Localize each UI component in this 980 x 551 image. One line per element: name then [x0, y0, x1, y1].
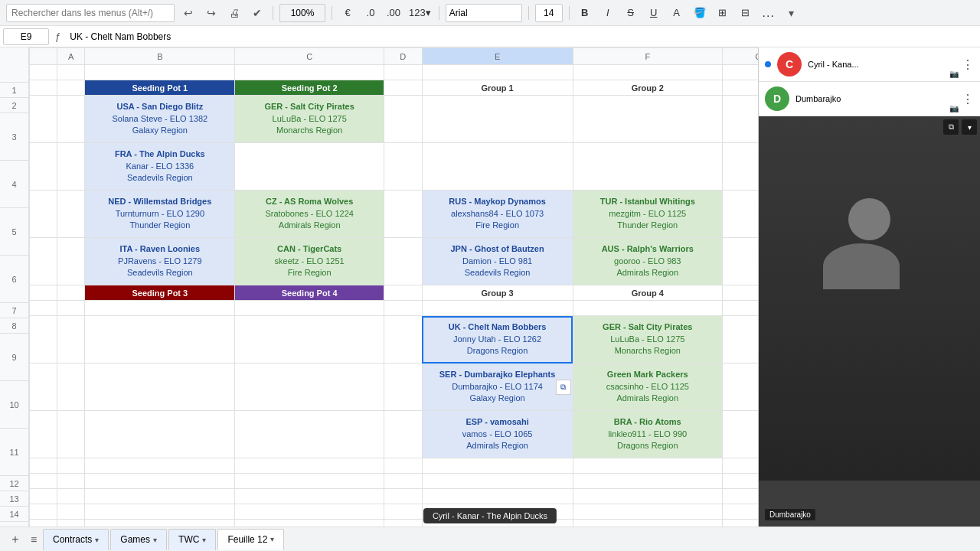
cell-12d[interactable]	[384, 458, 422, 474]
cell-7a[interactable]	[57, 285, 84, 301]
row-num-2[interactable]: 2	[0, 98, 28, 113]
row-num-13[interactable]: 13	[0, 491, 28, 507]
cell-seeding-pot4[interactable]: Seeding Pot 4	[235, 285, 384, 301]
cell-10g[interactable]	[722, 364, 758, 411]
cell-3f[interactable]	[573, 96, 722, 143]
cell-group3-header[interactable]: Group 3	[422, 285, 573, 301]
cell-15d[interactable]	[384, 504, 422, 520]
cell-group1-header[interactable]: Group 1	[422, 80, 573, 96]
zoom-selector[interactable]: 100%	[279, 4, 325, 22]
cell-5d[interactable]	[384, 191, 422, 238]
text-color-button[interactable]: A	[668, 4, 686, 22]
cell-group4-header[interactable]: Group 4	[573, 285, 722, 301]
font-selector[interactable]	[446, 4, 522, 22]
cell-green-mark[interactable]: Green Mark Packers csacsinho - ELO 1125 …	[573, 364, 722, 411]
cell-14b[interactable]	[85, 489, 235, 504]
row-num-4[interactable]: 4	[0, 161, 28, 208]
fill-color-button[interactable]: 🪣	[691, 4, 709, 22]
cell-uk-chelt[interactable]: UK - Chelt Nam Bobbers Jonny Utah - ELO …	[422, 316, 573, 364]
cell-11b[interactable]	[85, 411, 235, 458]
row-num-7[interactable]: 7	[0, 303, 28, 318]
col-header-c[interactable]: C	[235, 48, 384, 65]
row-num-12[interactable]: 12	[0, 476, 28, 491]
cell-cz-roma-wolves[interactable]: CZ - AS Roma Wolves Sratobones - ELO 122…	[235, 191, 384, 238]
cell-16d[interactable]	[384, 520, 422, 527]
cell-8e[interactable]	[422, 301, 573, 316]
sheet-list-button[interactable]: ≡	[24, 530, 43, 549]
cell-14g[interactable]	[722, 489, 758, 504]
number-format-button[interactable]: 123▾	[407, 4, 433, 22]
video-icon-dumbarajko[interactable]: 📷	[949, 104, 959, 112]
cell-8a[interactable]	[57, 301, 84, 316]
row-num-6[interactable]: 6	[0, 256, 28, 303]
tab-twc[interactable]: TWC ▾	[168, 529, 216, 550]
cell-16a[interactable]	[57, 520, 84, 527]
cell-can-tigercats[interactable]: CAN - TigerCats skeetz - ELO 1251 Fire R…	[235, 238, 384, 285]
tab-feuille12-arrow[interactable]: ▾	[270, 535, 274, 543]
cell-9g[interactable]	[722, 316, 758, 364]
cell-13e[interactable]	[422, 474, 573, 489]
menu-search-input[interactable]	[6, 4, 175, 22]
cell-12c[interactable]	[235, 458, 384, 474]
cell-9b[interactable]	[85, 316, 235, 364]
cell-13c[interactable]	[235, 474, 384, 489]
copy-video-button[interactable]: ⧉	[943, 119, 959, 135]
cell-14d[interactable]	[384, 489, 422, 504]
cell-ger-salt-city[interactable]: GER - Salt City Pirates LuLuBa - ELO 127…	[235, 96, 384, 143]
cell-16b[interactable]	[85, 520, 235, 527]
cell-seeding-pot1-header[interactable]: Seeding Pot 1	[85, 80, 235, 96]
cell-12e[interactable]	[422, 458, 573, 474]
formula-input[interactable]	[67, 28, 977, 45]
tab-twc-arrow[interactable]: ▾	[202, 536, 206, 544]
tab-feuille12[interactable]: Feuille 12 ▾	[217, 529, 284, 550]
cell-1a[interactable]	[57, 65, 84, 80]
cell-ita-raven[interactable]: ITA - Raven Loonies PJRavens - ELO 1279 …	[85, 238, 235, 285]
cell-seeding-pot3[interactable]: Seeding Pot 3	[85, 285, 235, 301]
currency-button[interactable]: €	[338, 4, 357, 22]
cell-fra-alpin-ducks[interactable]: FRA - The Alpin Ducks Kanar - ELO 1336 S…	[85, 143, 235, 191]
cell-12b[interactable]	[85, 458, 235, 474]
cell-rus-maykop[interactable]: RUS - Maykop Dynamos alexshans84 - ELO 1…	[422, 191, 573, 238]
row-num-14[interactable]: 14	[0, 507, 28, 522]
cell-13b[interactable]	[85, 474, 235, 489]
cell-2g[interactable]	[722, 80, 758, 96]
tab-contracts-arrow[interactable]: ▾	[95, 536, 99, 544]
cell-15c[interactable]	[235, 504, 384, 520]
chevron-down-video-button[interactable]: ▾	[962, 119, 977, 135]
cell-2a[interactable]	[57, 80, 84, 96]
cell-4g[interactable]	[722, 143, 758, 191]
row-num-3[interactable]: 3	[0, 113, 28, 161]
col-header-b[interactable]: B	[85, 48, 235, 65]
cell-5g[interactable]	[722, 191, 758, 238]
tab-games[interactable]: Games ▾	[110, 529, 167, 550]
col-header-d[interactable]: D	[384, 48, 422, 65]
row-num-8[interactable]: 8	[0, 318, 28, 334]
cell-14a[interactable]	[57, 489, 84, 504]
cell-10b[interactable]	[85, 364, 235, 411]
cell-13g[interactable]	[722, 474, 758, 489]
cell-bra-rio[interactable]: BRA - Rio Atoms linkleo911 - ELO 990 Dra…	[573, 411, 722, 458]
row-num-10[interactable]: 10	[0, 381, 28, 429]
cell-6a[interactable]	[57, 238, 84, 285]
cell-1d[interactable]	[384, 65, 422, 80]
strikethrough-button[interactable]: S	[622, 4, 640, 22]
cell-aus-ralph[interactable]: AUS - Ralph's Warriors gooroo - ELO 983 …	[573, 238, 722, 285]
cell-1f[interactable]	[573, 65, 722, 80]
cell-esp-vamosahi[interactable]: ESP - vamosahi vamos - ELO 1065 Admirals…	[422, 411, 573, 458]
cell-12g[interactable]	[722, 458, 758, 474]
cell-4f[interactable]	[573, 143, 722, 191]
cell-14c[interactable]	[235, 489, 384, 504]
cell-14f[interactable]	[573, 489, 722, 504]
cell-usa-san-diego[interactable]: USA - San Diego Blitz Solana Steve - ELO…	[85, 96, 235, 143]
decimal2-button[interactable]: .00	[384, 4, 403, 22]
cell-7d[interactable]	[384, 285, 422, 301]
cell-7g[interactable]	[722, 285, 758, 301]
cell-ned-willemstad[interactable]: NED - Willemstad Bridges Turnturnurn - E…	[85, 191, 235, 238]
col-header-a[interactable]: A	[57, 48, 84, 65]
row-num-1[interactable]: 1	[0, 83, 28, 98]
cell-1e[interactable]	[422, 65, 573, 80]
more-menu-dumbarajko[interactable]: ⋮	[962, 92, 974, 106]
print-button[interactable]: 🖨	[225, 4, 243, 22]
cell-15g[interactable]	[722, 504, 758, 520]
cell-8b[interactable]	[85, 301, 235, 316]
